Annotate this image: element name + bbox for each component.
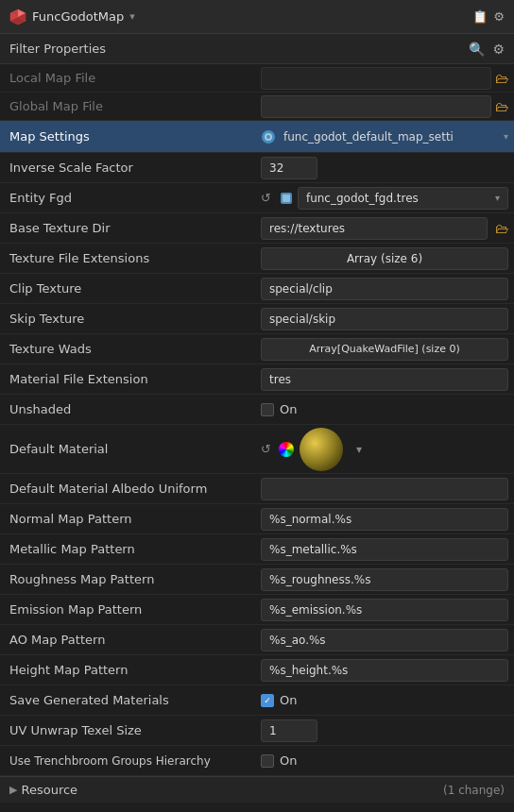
texture-wads-label: Texture Wads	[0, 338, 255, 360]
title-bar: FuncGodotMap ▾ 📋 ⚙	[0, 0, 514, 34]
docs-button[interactable]: 📋	[472, 9, 488, 24]
texture-wads-row: Texture Wads Array[QuakeWadFile] (size 0…	[0, 334, 514, 364]
filter-settings-icon[interactable]: ⚙	[492, 42, 505, 57]
map-settings-label: Map Settings	[0, 126, 255, 147]
height-map-pattern-label: Height Map Pattern	[0, 659, 255, 681]
roughness-map-pattern-input[interactable]: %s_roughness.%s	[261, 568, 508, 591]
local-map-file-value[interactable]: 🗁	[255, 65, 514, 92]
window-title: FuncGodotMap	[32, 9, 124, 24]
texture-file-extensions-value[interactable]: Array (size 6)	[255, 245, 514, 272]
unshaded-checkbox[interactable]	[261, 403, 274, 416]
metallic-map-pattern-value[interactable]: %s_metallic.%s	[255, 536, 514, 563]
svg-rect-10	[283, 195, 290, 202]
uv-unwrap-texel-size-value[interactable]: 1	[255, 718, 514, 744]
skip-texture-input[interactable]: special/skip	[261, 308, 508, 330]
height-map-pattern-input[interactable]: %s_height.%s	[261, 659, 508, 682]
texture-wads-input[interactable]: Array[QuakeWadFile] (size 0)	[261, 338, 508, 361]
unshaded-bool[interactable]: On	[261, 402, 297, 416]
save-generated-materials-bool-label: On	[280, 693, 297, 707]
default-material-reset-icon[interactable]: ↺	[261, 442, 271, 456]
entity-fgd-value[interactable]: ↺ func_godot_fgd.tres ▾	[255, 185, 514, 211]
unshaded-bool-label: On	[280, 402, 297, 416]
use-trenchbroom-bool[interactable]: On	[261, 753, 297, 768]
material-file-extension-row: Material File Extension tres	[0, 364, 514, 395]
default-material-row: Default Material ↺ ▾	[0, 425, 514, 474]
title-dropdown-arrow[interactable]: ▾	[129, 10, 135, 23]
default-material-albedo-input[interactable]	[261, 478, 508, 500]
map-settings-resource-name: func_godot_default_map_setti	[283, 130, 496, 144]
height-map-pattern-value[interactable]: %s_height.%s	[255, 657, 514, 684]
map-settings-godot-icon	[261, 129, 276, 144]
ao-map-pattern-label: AO Map Pattern	[0, 629, 255, 651]
resource-chevron-icon[interactable]: ▶	[9, 784, 17, 796]
inverse-scale-factor-value[interactable]: 32	[255, 155, 514, 181]
map-settings-value[interactable]: func_godot_default_map_setti ▾	[255, 124, 514, 150]
metallic-map-pattern-label: Metallic Map Pattern	[0, 538, 255, 560]
default-material-preview[interactable]: ▾	[279, 428, 508, 471]
use-trenchbroom-bool-label: On	[280, 753, 297, 768]
entity-fgd-dropdown[interactable]: func_godot_fgd.tres ▾	[298, 187, 508, 210]
skip-texture-label: Skip Texture	[0, 308, 255, 330]
default-material-dropdown-arrow[interactable]: ▾	[356, 443, 362, 456]
metallic-map-pattern-input[interactable]: %s_metallic.%s	[261, 538, 508, 561]
entity-fgd-reset-icon[interactable]: ↺	[261, 191, 271, 205]
material-file-extension-value[interactable]: tres	[255, 366, 514, 393]
save-generated-materials-value[interactable]: On	[255, 687, 514, 714]
use-trenchbroom-groups-hierarchy-value[interactable]: On	[255, 748, 514, 774]
normal-map-pattern-label: Normal Map Pattern	[0, 508, 255, 530]
map-settings-dropdown-arrow[interactable]: ▾	[504, 131, 508, 142]
normal-map-pattern-value[interactable]: %s_normal.%s	[255, 506, 514, 533]
map-settings-section: Map Settings func_godot_default_map_sett…	[0, 121, 514, 153]
local-map-folder-icon[interactable]: 🗁	[495, 71, 508, 86]
use-trenchbroom-checkbox[interactable]	[261, 754, 274, 768]
title-right: 📋 ⚙	[472, 9, 505, 24]
base-texture-dir-value[interactable]: res://textures 🗁	[255, 215, 514, 242]
global-map-file-value[interactable]: 🗁	[255, 93, 514, 120]
emission-map-pattern-value[interactable]: %s_emission.%s	[255, 597, 514, 623]
clip-texture-value[interactable]: special/clip	[255, 276, 514, 302]
global-map-folder-icon[interactable]: 🗁	[495, 99, 508, 114]
default-material-value[interactable]: ↺ ▾	[255, 426, 514, 473]
settings-icon[interactable]: ⚙	[493, 9, 505, 24]
emission-map-pattern-label: Emission Map Pattern	[0, 599, 255, 620]
base-texture-dir-folder-icon[interactable]: 🗁	[495, 221, 508, 236]
uv-unwrap-texel-size-label: UV Unwrap Texel Size	[0, 719, 255, 741]
search-icon[interactable]: 🔍	[469, 42, 485, 57]
clip-texture-label: Clip Texture	[0, 278, 255, 299]
base-texture-dir-label: Base Texture Dir	[0, 217, 255, 239]
inverse-scale-factor-row: Inverse Scale Factor 32	[0, 153, 514, 183]
global-map-file-label: Global Map File	[0, 95, 255, 117]
inverse-scale-factor-input[interactable]: 32	[261, 157, 317, 179]
clip-texture-input[interactable]: special/clip	[261, 278, 508, 300]
properties-content: Local Map File 🗁 Global Map File 🗁 Map S…	[0, 64, 514, 812]
material-file-extension-label: Material File Extension	[0, 368, 255, 390]
texture-file-extensions-label: Texture File Extensions	[0, 247, 255, 269]
use-trenchbroom-groups-hierarchy-label: Use Trenchbroom Groups Hierarchy	[0, 751, 255, 771]
resource-label[interactable]: ▶ Resource	[9, 783, 77, 797]
skip-texture-value[interactable]: special/skip	[255, 306, 514, 332]
default-material-rainbow-icon	[279, 442, 294, 457]
svg-point-8	[266, 135, 270, 139]
unshaded-label: Unshaded	[0, 398, 255, 420]
skip-texture-row: Skip Texture special/skip	[0, 304, 514, 334]
emission-map-pattern-row: Emission Map Pattern %s_emission.%s	[0, 595, 514, 625]
texture-file-extensions-input[interactable]: Array (size 6)	[261, 247, 508, 270]
func-godot-icon	[9, 8, 26, 25]
resource-change-count: (1 change)	[443, 784, 505, 797]
material-file-extension-input[interactable]: tres	[261, 368, 508, 391]
save-generated-materials-label: Save Generated Materials	[0, 689, 255, 711]
ao-map-pattern-value[interactable]: %s_ao.%s	[255, 627, 514, 653]
uv-unwrap-texel-size-input[interactable]: 1	[261, 719, 317, 742]
emission-map-pattern-input[interactable]: %s_emission.%s	[261, 599, 508, 621]
texture-wads-value[interactable]: Array[QuakeWadFile] (size 0)	[255, 336, 514, 363]
roughness-map-pattern-value[interactable]: %s_roughness.%s	[255, 567, 514, 593]
entity-fgd-dropdown-arrow[interactable]: ▾	[495, 193, 500, 203]
normal-map-pattern-input[interactable]: %s_normal.%s	[261, 508, 508, 531]
base-texture-dir-input[interactable]: res://textures	[261, 217, 488, 240]
default-material-albedo-value[interactable]	[255, 476, 514, 502]
default-material-albedo-label: Default Material Albedo Uniform	[0, 478, 255, 499]
save-generated-materials-bool[interactable]: On	[261, 693, 297, 707]
unshaded-value[interactable]: On	[255, 397, 514, 423]
save-generated-materials-checkbox[interactable]	[261, 694, 274, 707]
ao-map-pattern-input[interactable]: %s_ao.%s	[261, 629, 508, 651]
